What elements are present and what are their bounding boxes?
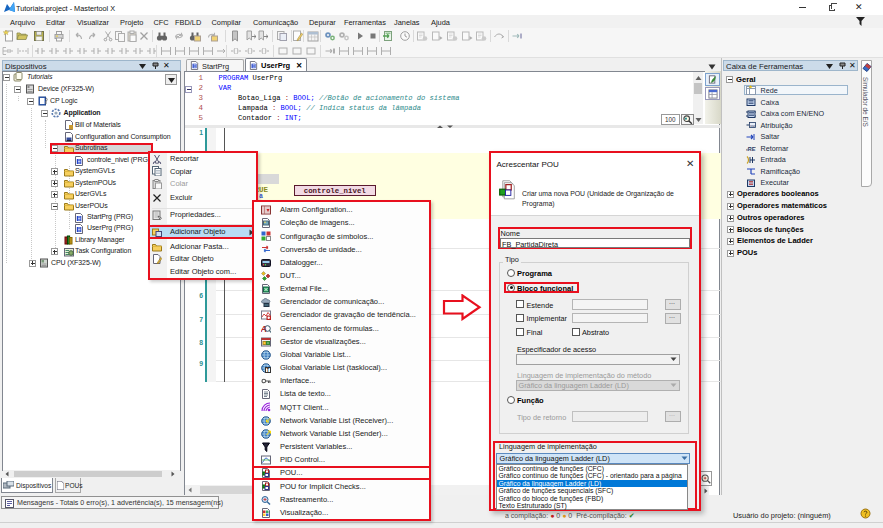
svg-text:T: T <box>266 368 269 373</box>
svg-text:A: A <box>261 324 267 334</box>
svg-text:var: var <box>750 123 756 128</box>
svg-text:‹RET: ‹RET <box>746 146 756 152</box>
